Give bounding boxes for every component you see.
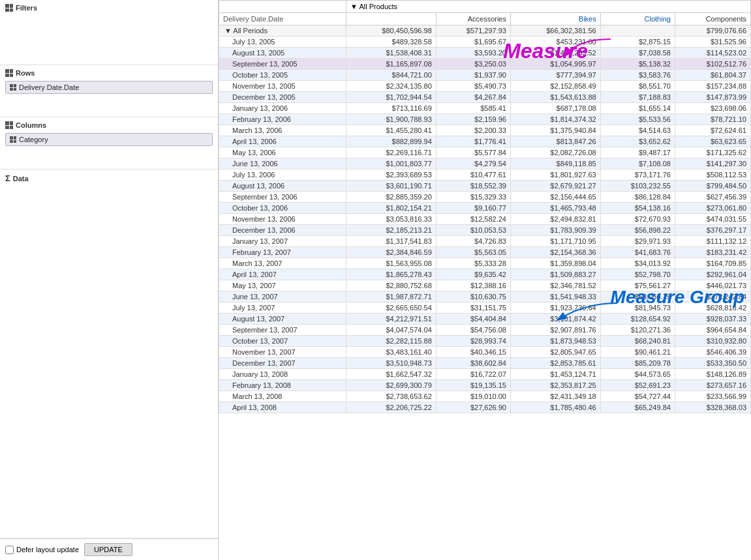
columns-pill-icon — [10, 136, 16, 143]
row-value: $489,328.58 — [346, 37, 437, 48]
row-value: $44,573.65 — [600, 369, 675, 380]
row-value: $114,523.02 — [675, 48, 750, 59]
row-value: $1,054,995.97 — [510, 59, 600, 70]
table-row: January 13, 2008$1,662,547.32$16,722.07$… — [219, 369, 751, 380]
row-label: April 13, 2006 — [219, 136, 346, 147]
row-value: $2,154,368.36 — [510, 247, 600, 258]
row-value: $7,038.58 — [600, 48, 675, 59]
row-label: November 13, 2006 — [219, 214, 346, 225]
row-value: $628,816.42 — [675, 302, 750, 314]
table-row: October 13, 2005$844,721.00$1,937.90$777… — [219, 70, 751, 81]
row-value: $148,126.89 — [675, 369, 750, 380]
row-value: $372,242.84 — [675, 291, 750, 302]
row-value: $849,118.85 — [510, 158, 600, 169]
row-value: $474,031.55 — [675, 214, 750, 225]
row-value: $844,721.00 — [346, 70, 437, 81]
row-value: $1,937.90 — [436, 70, 510, 81]
right-panel[interactable]: Measure Measure Group ▼ All Products Del… — [219, 0, 751, 560]
rows-pill[interactable]: Delivery Date.Date — [5, 81, 213, 94]
row-label: April 13, 2007 — [219, 269, 346, 280]
row-value: $2,880,752.68 — [346, 280, 437, 291]
row-value: $54,727.44 — [600, 391, 675, 402]
row-value: $2,393,689.53 — [346, 169, 437, 181]
rows-pill-icon — [10, 84, 16, 91]
row-label: January 13, 2008 — [219, 369, 346, 380]
row-value: $9,487.17 — [600, 147, 675, 158]
row-value: $5,138.32 — [600, 59, 675, 70]
row-value: $799,484.50 — [675, 181, 750, 192]
table-row: November 13, 2007$3,483,161.40$40,346.15… — [219, 347, 751, 358]
row-value: $3,593.20 — [436, 48, 510, 59]
table-row: July 13, 2005$489,328.58$1,695.67$453,23… — [219, 37, 751, 48]
defer-checkbox-container[interactable]: Defer layout update — [5, 546, 79, 554]
column-headers-row: Delivery Date.Date Accessories Bikes Clo… — [219, 13, 751, 25]
table-row: October 13, 2007$2,282,115.88$28,993.74$… — [219, 336, 751, 347]
row-value: $5,563.05 — [436, 247, 510, 258]
rows-header: Rows — [5, 69, 213, 77]
rows-section: Rows Delivery Date.Date — [0, 65, 218, 117]
row-value: $1,375,940.84 — [510, 125, 600, 136]
row-value: $23,698.06 — [675, 103, 750, 114]
row-value: $10,630.75 — [436, 291, 510, 302]
row-value: $1,776.41 — [436, 136, 510, 147]
row-value: $928,037.33 — [675, 314, 750, 325]
row-value: $1,538,408.31 — [346, 48, 437, 59]
row-value: $183,231.42 — [675, 247, 750, 258]
row-value: $2,679,921.27 — [510, 181, 600, 192]
row-value: $687,178.08 — [510, 103, 600, 114]
row-label: December 13, 2007 — [219, 358, 346, 369]
row-label: October 13, 2005 — [219, 70, 346, 81]
row-header-col — [219, 1, 346, 13]
row-value: $4,212,971.51 — [346, 314, 437, 325]
row-value: $3,601,190.71 — [346, 181, 437, 192]
row-value: $2,494,832.81 — [510, 214, 600, 225]
columns-icon — [5, 121, 13, 129]
row-value: $52,691.23 — [600, 380, 675, 391]
row-value: $103,232.55 — [600, 181, 675, 192]
row-value: $61,804.37 — [675, 70, 750, 81]
row-value: $2,353,817.25 — [510, 380, 600, 391]
row-value: $2,346,781.52 — [510, 280, 600, 291]
row-value: $1,801,927.63 — [510, 169, 600, 181]
row-value: $63,050.79 — [600, 291, 675, 302]
all-products-header: ▼ All Products — [346, 1, 751, 13]
columns-section: Columns Category — [0, 117, 218, 169]
row-value: $72,624.61 — [675, 125, 750, 136]
update-button[interactable]: UPDATE — [84, 543, 132, 556]
row-value: $90,461.21 — [600, 347, 675, 358]
row-value: $273,657.16 — [675, 380, 750, 391]
row-value: $4,267.84 — [436, 92, 510, 103]
row-value: $28,993.74 — [436, 336, 510, 347]
row-value: $1,802,154.21 — [346, 203, 437, 214]
row-label: July 13, 2005 — [219, 37, 346, 48]
row-label: August 13, 2005 — [219, 48, 346, 59]
defer-checkbox-input[interactable] — [5, 546, 14, 554]
row-value: $627,456.39 — [675, 192, 750, 203]
row-label: October 13, 2006 — [219, 203, 346, 214]
row-value: $5,533.56 — [600, 114, 675, 125]
row-value: $2,384,846.59 — [346, 247, 437, 258]
table-row: February 13, 2007$2,384,846.59$5,563.05$… — [219, 247, 751, 258]
row-value — [600, 25, 675, 37]
row-label: July 13, 2006 — [219, 169, 346, 181]
row-value: $233,566.99 — [675, 391, 750, 402]
row-value: $16,722.07 — [436, 369, 510, 380]
row-label: November 13, 2005 — [219, 81, 346, 92]
row-value: $1,702,944.54 — [346, 92, 437, 103]
row-value: $2,269,116.71 — [346, 147, 437, 158]
row-value: $2,159.96 — [436, 114, 510, 125]
row-value: $2,875.15 — [600, 37, 675, 48]
row-value: $9,160.77 — [436, 203, 510, 214]
row-value: $799,076.66 — [675, 25, 750, 37]
row-value: $2,805,947.65 — [510, 347, 600, 358]
row-value: $10,477.61 — [436, 169, 510, 181]
header-row-allproducts: ▼ All Products — [219, 1, 751, 13]
row-value: $533,350.50 — [675, 358, 750, 369]
table-row: August 13, 2005$1,538,408.31$3,593.20$1,… — [219, 48, 751, 59]
row-label: June 13, 2007 — [219, 291, 346, 302]
table-row: November 13, 2006$3,053,816.33$12,582.24… — [219, 214, 751, 225]
row-value: $1,359,898.04 — [510, 258, 600, 269]
row-value: $2,699,300.79 — [346, 380, 437, 391]
columns-pill[interactable]: Category — [5, 133, 213, 146]
row-value: $273,061.80 — [675, 203, 750, 214]
